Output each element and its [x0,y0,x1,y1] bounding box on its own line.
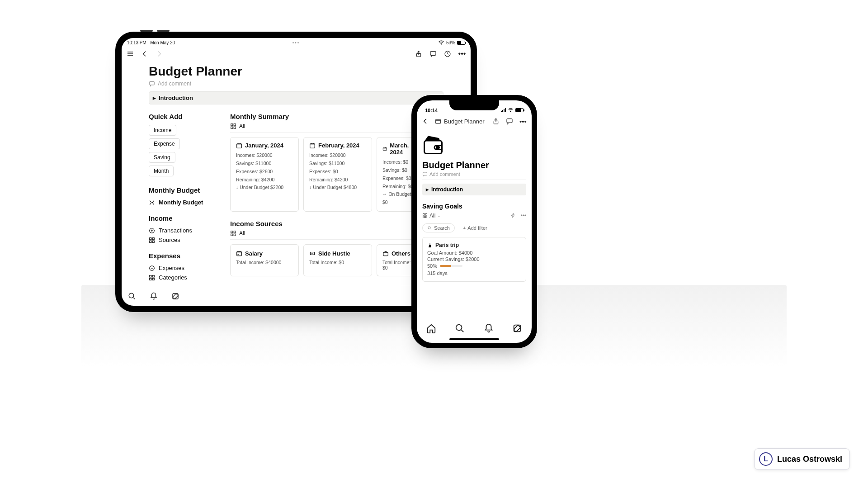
svg-rect-53 [436,119,441,123]
svg-rect-19 [234,124,236,126]
breadcrumb[interactable]: Budget Planner [435,118,485,125]
battery-icon [457,41,465,45]
nav-search-icon[interactable] [455,323,465,333]
quick-add-header: Quick Add [149,113,217,120]
monthly-summary-view-all[interactable]: All [230,123,245,129]
svg-rect-55 [507,119,512,123]
svg-point-38 [238,254,238,254]
svg-rect-39 [310,252,314,255]
goal-amount: Goal Amount: $4000 [427,250,521,256]
author-badge: L Lucas Ostrowski [754,448,850,470]
svg-rect-7 [150,81,155,85]
signal-icon [501,108,506,112]
automation-icon[interactable] [510,213,516,219]
quick-add-saving[interactable]: Saving [149,152,175,163]
monthly-budget-link[interactable]: Monthly Budget [149,198,217,207]
wallet-icon [422,134,526,156]
svg-rect-32 [234,234,236,236]
back-button[interactable] [141,50,149,58]
svg-rect-10 [152,237,154,239]
svg-rect-30 [234,231,236,233]
menu-icon[interactable] [126,50,134,58]
clock-icon[interactable] [443,50,452,58]
comments-icon[interactable] [505,117,514,125]
add-filter-button[interactable]: + Add filter [458,223,492,232]
svg-point-52 [510,111,511,112]
nav-home-icon[interactable] [426,323,436,333]
svg-rect-37 [237,251,242,256]
svg-rect-61 [423,216,425,218]
svg-rect-31 [231,234,233,236]
svg-point-64 [456,325,462,331]
svg-point-57 [437,146,439,149]
share-icon[interactable] [415,50,423,58]
quick-add-month[interactable]: Month [149,166,174,176]
monthly-budget-header: Monthly Budget [149,186,217,194]
comments-icon[interactable] [429,50,437,58]
bottom-search-icon[interactable] [128,292,136,300]
income-sources-link[interactable]: Sources [149,235,217,245]
svg-point-63 [428,226,431,229]
svg-point-0 [441,44,441,44]
nav-compose-icon[interactable] [512,323,522,333]
share-icon[interactable] [492,117,500,125]
wifi-icon [438,39,444,46]
month-card-january[interactable]: January, 2024 Incomes: $20000 Savings: $… [230,137,299,212]
forward-button [155,50,163,58]
svg-rect-58 [423,172,427,175]
svg-rect-18 [231,124,233,126]
svg-rect-20 [231,127,233,128]
author-name: Lucas Ostrowski [777,455,842,464]
goal-days: 315 days [427,270,521,276]
add-comment-button[interactable]: Add comment [149,81,443,87]
home-indicator[interactable] [449,338,499,340]
more-icon[interactable]: ••• [520,213,526,219]
progress-bar [440,265,462,267]
svg-rect-41 [383,252,388,256]
month-card-february[interactable]: February, 2024 Incomes: $20000 Savings: … [303,137,372,212]
categories-link[interactable]: Categories [149,273,217,282]
quick-add-expense[interactable]: Expense [149,138,180,149]
page-title: Budget Planner [149,64,443,79]
expenses-link[interactable]: Expenses [149,263,217,273]
svg-rect-21 [234,127,236,128]
multitask-dots-icon[interactable]: ••• [292,40,300,45]
caret-right-icon: ▸ [153,95,156,101]
source-card-salary[interactable]: Salary Total Income: $40000 [230,244,299,276]
svg-rect-11 [150,241,151,242]
svg-rect-5 [430,52,436,56]
bottom-compose-icon[interactable] [171,292,179,300]
ipad-status-time: 10:13 PM [127,40,146,45]
source-card-side-hustle[interactable]: Side Hustle Total Income: $0 [303,244,372,276]
more-icon[interactable]: ••• [458,50,466,58]
svg-point-40 [312,253,313,254]
ipad-status-date: Mon May 20 [150,40,175,45]
add-comment-button[interactable]: Add comment [422,171,526,180]
more-icon[interactable]: ••• [519,117,527,125]
svg-rect-9 [150,237,151,239]
introduction-toggle[interactable]: ▸ Introduction [149,91,443,104]
svg-rect-27 [310,143,315,147]
quick-add-income[interactable]: Income [149,125,176,136]
nav-notifications-icon[interactable] [484,323,494,333]
saving-goals-view-all[interactable]: All ⌄ [422,213,441,219]
income-header: Income [149,214,217,222]
author-logo-icon: L [759,452,773,466]
wifi-icon [508,107,514,113]
introduction-toggle[interactable]: ▸ Introduction [422,184,526,195]
goal-title: Paris trip [435,242,459,248]
svg-rect-59 [423,214,425,216]
income-transactions-link[interactable]: Transactions [149,226,217,235]
svg-rect-12 [152,241,154,242]
page-title: Budget Planner [422,160,526,171]
income-sources-view-all[interactable]: All [230,230,245,237]
caret-right-icon: ▸ [426,186,429,193]
goal-card-paris[interactable]: Paris trip Goal Amount: $4000 Current Sa… [422,237,526,282]
svg-rect-16 [150,278,151,280]
svg-rect-28 [383,147,387,151]
svg-rect-29 [231,231,233,233]
chevron-down-icon: ⌄ [437,213,441,218]
search-chip[interactable]: Search [422,223,455,232]
bottom-notifications-icon[interactable] [150,292,158,300]
back-button[interactable] [421,117,429,125]
